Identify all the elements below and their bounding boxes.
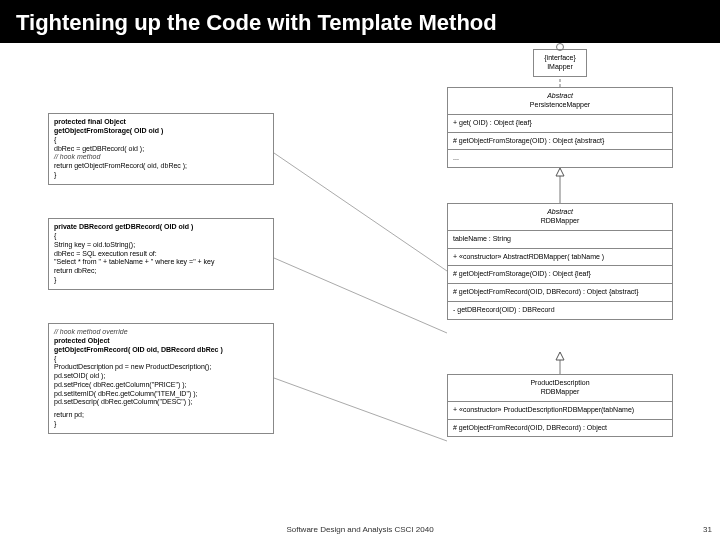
svg-line-4 (274, 258, 447, 333)
code-template-method: protected final Object getObjectFromStor… (48, 113, 274, 184)
slide-footer: Software Design and Analysis CSCI 2040 (0, 525, 720, 534)
svg-line-3 (274, 153, 447, 271)
svg-line-5 (274, 378, 447, 441)
uml-persistence-mapper: AbstractPersistenceMapper + get( OID) : … (447, 87, 673, 168)
code-getdbrecord: private DBRecord getDBRecord( OID oid ) … (48, 218, 274, 289)
uml-rdb-mapper: AbstractRDBMapper tableName : String + «… (447, 203, 673, 319)
slide-title: Tightening up the Code with Template Met… (0, 0, 720, 43)
uml-diagram: {interface}IMapper AbstractPersistenceMa… (0, 43, 720, 493)
uml-product-mapper: ProductDescriptionRDBMapper + «construct… (447, 374, 673, 437)
page-number: 31 (703, 525, 712, 534)
uml-imapper: {interface}IMapper (533, 49, 587, 77)
code-hook-override: // hook method override protected Object… (48, 323, 274, 433)
